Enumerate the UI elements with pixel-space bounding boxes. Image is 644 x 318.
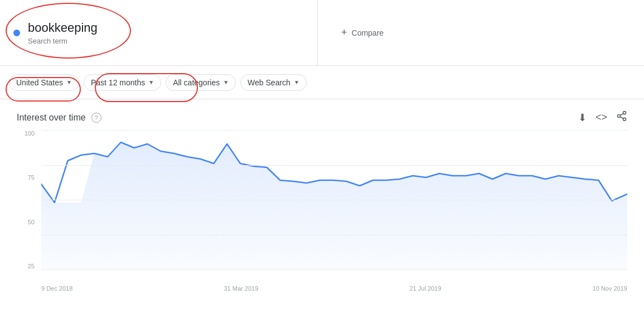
plus-icon: + [341,27,347,38]
x-label-mar2019: 31 Mar 2019 [224,285,258,292]
time-range-arrow-icon: ▼ [148,79,154,85]
compare-button[interactable]: + Compare [335,22,390,43]
grid-line-100 [41,130,627,131]
grid-line-50 [41,200,627,200]
country-filter[interactable]: United States ▼ [9,74,79,91]
y-label-75: 75 [28,174,35,181]
categories-label: All categories [173,78,220,87]
country-arrow-icon: ▼ [66,79,72,85]
search-type-filter[interactable]: Web Search ▼ [240,74,307,91]
y-axis: 100 75 50 25 [17,130,39,269]
time-range-label: Past 12 months [91,78,145,87]
x-label-dec2018: 9 Dec 2018 [41,285,72,292]
top-bar: bookkeeping Search term + Compare [0,0,644,66]
x-label-jul2019: 21 Jul 2019 [409,285,441,292]
x-axis: 9 Dec 2018 31 Mar 2019 21 Jul 2019 10 No… [41,285,627,292]
search-type-label: Web Search [248,78,290,87]
categories-arrow-icon: ▼ [223,79,229,85]
svg-line-4 [620,113,623,115]
search-type-arrow-icon: ▼ [294,79,299,85]
search-term-text: bookkeeping Search term [28,21,98,45]
y-label-25: 25 [28,263,35,269]
categories-filter[interactable]: All categories ▼ [166,74,236,91]
embed-button[interactable]: <> [595,110,607,124]
svg-line-3 [620,117,623,118]
x-label-nov2019: 10 Nov 2019 [593,285,627,292]
chart-plot [41,130,627,269]
compare-label: Compare [352,28,384,37]
filters-bar: United States ▼ Past 12 months ▼ All cat… [0,66,644,99]
help-icon[interactable]: ? [91,113,101,123]
svg-point-2 [623,118,626,121]
search-term-label: Search term [28,37,98,45]
country-label: United States [16,78,63,87]
chart-container: 100 75 50 25 [17,130,627,303]
download-button[interactable]: ⬇ [578,110,587,124]
svg-marker-5 [41,142,627,269]
chart-actions: ⬇ <> [578,110,627,124]
svg-point-1 [618,115,621,118]
chart-title-group: Interest over time ? [17,113,101,123]
search-term-dot [13,30,20,36]
time-range-filter[interactable]: Past 12 months ▼ [84,74,161,91]
chart-section: Interest over time ? ⬇ <> [0,99,644,309]
chart-header: Interest over time ? ⬇ <> [17,110,627,124]
grid-line-75 [41,165,627,166]
share-button[interactable] [616,110,627,124]
grid-line-25 [41,235,627,235]
main-search-term: bookkeeping [28,21,98,35]
svg-point-0 [623,112,626,114]
chart-title: Interest over time [17,113,86,123]
compare-section: + Compare [318,0,644,65]
y-label-100: 100 [25,130,35,137]
grid-line-0 [41,269,627,270]
y-label-50: 50 [28,219,35,225]
search-term-section: bookkeeping Search term [0,0,318,65]
